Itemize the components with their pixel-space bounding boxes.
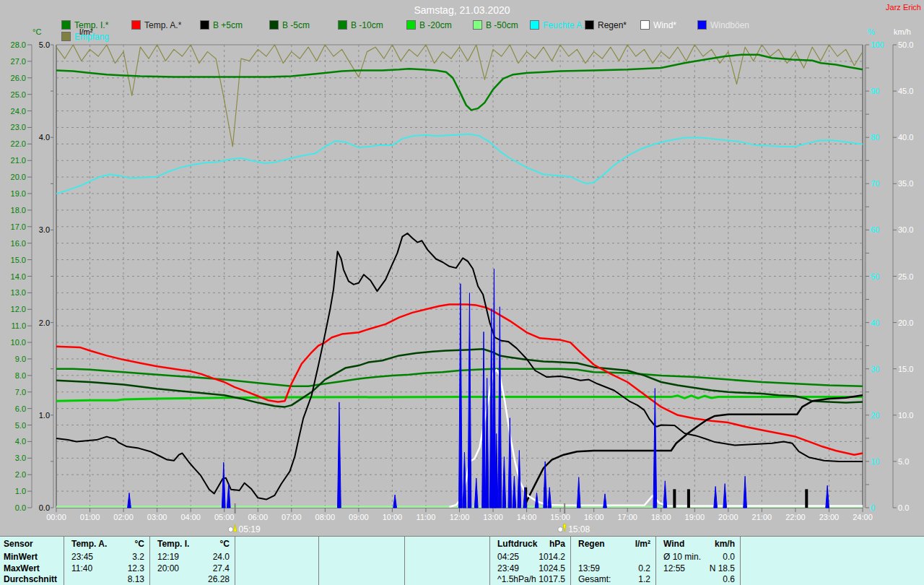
legend-swatch	[585, 20, 594, 30]
wind-axis-label: 25.0	[898, 272, 913, 281]
temp-axis-label: 7.0	[15, 388, 26, 396]
time-axis-label: 14:00	[517, 513, 537, 521]
time-axis-label: 23:00	[819, 513, 840, 521]
sunset-marker-icon	[558, 527, 563, 532]
time-axis-label: 20:00	[718, 513, 738, 521]
time-axis-label: 21:00	[752, 513, 772, 521]
time-axis-label: 19:00	[685, 513, 705, 521]
temp-axis-label: 22.0	[11, 139, 26, 148]
time-axis-label: 17:00	[617, 513, 637, 521]
wind-gust-spike	[474, 478, 478, 508]
rain-bar	[687, 489, 690, 508]
temp-axis-label: 19.0	[11, 189, 26, 198]
temp-axis-label: 4.0	[15, 437, 26, 446]
humidity-axis-label: 80	[871, 133, 879, 142]
table-cell: 12:55	[663, 563, 685, 573]
axis-unit-wind: km/h	[894, 27, 911, 36]
legend-swatch	[269, 20, 279, 30]
legend-item-b-10cm: B -10cm	[338, 20, 383, 30]
table-cell: 13:59	[578, 563, 600, 573]
table-cell: 23:45	[71, 552, 93, 562]
table-cell: Wind	[663, 539, 684, 549]
temp-axis-label: 2.0	[15, 470, 26, 479]
table-row-label: MinWert	[4, 552, 38, 562]
temp-axis-label: 0.0	[15, 503, 26, 512]
table-column	[235, 537, 319, 585]
temp-axis-label: 18.0	[11, 206, 26, 214]
time-axis-label: 24:00	[853, 513, 873, 521]
wind-axis-label: 20.0	[898, 318, 913, 327]
temp-axis-label: 5.0	[15, 421, 26, 430]
table-cell: km/h	[715, 539, 735, 549]
legend-swatch	[406, 20, 416, 30]
time-axis-label: 01:00	[80, 513, 100, 521]
wind-gust-spike	[338, 402, 341, 508]
page-title: Samstag, 21.03.2020	[0, 4, 924, 16]
temp-axis-label: 13.0	[11, 288, 26, 297]
temp-axis-label: 25.0	[11, 90, 26, 99]
table-cell: 0.2	[638, 563, 650, 573]
humidity-axis-label: 70	[871, 179, 879, 188]
wind-gust-spike	[653, 389, 657, 508]
wind-gust-spike	[723, 484, 727, 508]
legend-swatch	[697, 20, 707, 30]
table-cell: 0.0	[723, 552, 735, 562]
legend-swatch	[530, 20, 539, 30]
temp-axis-label: 11.0	[11, 321, 26, 330]
table-cell: 26.28	[208, 574, 230, 584]
temp-axis-label: 12.0	[11, 305, 26, 313]
wind-gust-spike	[513, 476, 516, 508]
wind-gust-spike	[663, 481, 667, 508]
legend-label: Wind*	[653, 20, 676, 30]
legend-item-temp-a-: Temp. A.*	[131, 20, 181, 30]
time-axis-label: 11:00	[417, 513, 436, 521]
table-cell: 04:25	[497, 552, 519, 562]
wind-gust-spike	[826, 485, 829, 508]
legend-swatch	[61, 32, 71, 41]
time-axis-label: 02:00	[113, 513, 134, 521]
wind-gust-spike	[577, 477, 580, 508]
table-cell: 27.4	[213, 563, 230, 573]
table-column-regen: Regenl/m²13:590.2Gesamt:1.2	[570, 537, 656, 585]
table-cell: 1017.5	[539, 574, 565, 584]
temp-axis-label: 8.0	[15, 371, 26, 380]
table-column-temp-i-: Temp. I.°C12:1924.020:0027.426.28	[149, 537, 235, 585]
legend-swatch	[640, 20, 650, 30]
legend-label: Feuchte A.*	[543, 20, 588, 30]
legend-label: B -10cm	[351, 20, 383, 30]
temp-axis-label: 9.0	[15, 355, 26, 363]
humidity-axis-label: 90	[871, 87, 879, 95]
legend-label: Regen*	[598, 20, 627, 30]
table-cell: 12:19	[157, 552, 179, 562]
table-cell: 24.0	[213, 552, 230, 562]
legend-label: Windböen	[710, 20, 749, 30]
wind-gust-spike	[222, 462, 225, 508]
table-cell: 1014.2	[539, 552, 565, 562]
legend-swatch	[200, 20, 209, 30]
wind-gust-spike	[744, 476, 747, 508]
table-cell: 11:40	[71, 563, 92, 573]
legend-item-regen-: Regen*	[585, 20, 627, 30]
time-axis-label: 07:00	[282, 513, 302, 521]
table-row-label: MaxWert	[4, 563, 40, 573]
wind-axis-label: 45.0	[898, 87, 913, 95]
table-cell: °C	[135, 539, 144, 549]
time-axis-label: 12:00	[450, 513, 470, 521]
legend-label: B +5cm	[213, 20, 243, 30]
wind-gust-spike	[502, 456, 506, 508]
table-cell: 8.13	[128, 574, 144, 584]
legend-swatch	[61, 20, 71, 30]
sunset-marker-icon	[563, 524, 566, 532]
axis-unit-celsius: °C	[32, 27, 41, 36]
rain-axis-label: 0.0	[39, 503, 50, 512]
wind-gust-spike	[482, 332, 486, 508]
watermark-author: Jarz Erich	[886, 3, 921, 12]
temp-axis-label: 21.0	[11, 156, 26, 165]
legend-swatch	[338, 20, 347, 30]
rain-bar	[805, 489, 808, 508]
table-cell: N 18.5	[710, 563, 735, 573]
humidity-axis-label: 40	[871, 318, 879, 327]
time-axis-label: 18:00	[651, 513, 671, 521]
rain-axis-label: 4.0	[39, 133, 50, 142]
weather-app-window: { "header": { "title": "Samstag, 21.03.2…	[0, 0, 924, 585]
